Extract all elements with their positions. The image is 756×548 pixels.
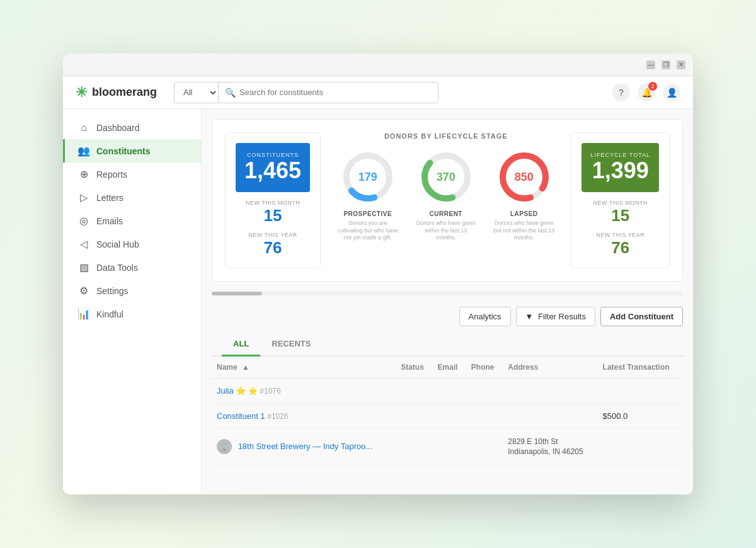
sidebar-item-letters[interactable]: ▷ Letters	[63, 186, 201, 209]
row-phone	[466, 403, 503, 428]
lapsed-desc: Donors who have given but not within the…	[493, 220, 556, 242]
header-actions: ? 🔔 2 👤	[612, 84, 680, 101]
table-row[interactable]: Constituent 1 #1026 $500.0	[212, 403, 683, 428]
constituents-table: Name ▲ Status Email Phone Address Latest…	[212, 357, 683, 466]
logo-icon: ✳	[76, 84, 87, 101]
tab-recents[interactable]: RECENTS	[260, 333, 322, 357]
new-year-number: 76	[236, 238, 310, 258]
sidebar-label-data-tools: Data Tools	[96, 263, 138, 273]
horizontal-scrollbar[interactable]	[212, 292, 683, 295]
social-hub-icon: ◁	[77, 238, 90, 250]
sidebar-label-emails: Emails	[96, 216, 123, 226]
table-row[interactable]: 🏢 18th Street Brewery — Indy Taproo... 2…	[212, 428, 683, 465]
search-icon: 🔍	[225, 88, 236, 98]
row-status	[396, 428, 432, 465]
sidebar-item-reports[interactable]: ⊕ Reports	[63, 163, 201, 186]
sidebar-label-dashboard: Dashboard	[96, 123, 140, 133]
constituent-name: Julia	[217, 386, 234, 396]
sidebar-item-social-hub[interactable]: ◁ Social Hub	[63, 232, 201, 256]
row-address	[503, 403, 597, 428]
sidebar-item-constituents[interactable]: 👥 Constituents	[63, 139, 201, 163]
row-email	[433, 428, 466, 465]
table-header-row: Name ▲ Status Email Phone Address Latest…	[212, 357, 683, 379]
col-email: Email	[433, 357, 466, 379]
sidebar-label-kindful: Kindful	[96, 309, 123, 319]
current-value: 370	[437, 171, 455, 184]
notification-badge: 2	[648, 82, 657, 91]
constituent-name: 18th Street Brewery — Indy Taproo...	[238, 442, 373, 451]
scrollbar-thumb	[212, 292, 262, 295]
row-email	[433, 403, 466, 428]
lapsed-chart: 850	[496, 149, 553, 205]
donuts-row: 179 PROSPECTIVE Donors you are cultivati…	[331, 149, 561, 242]
new-this-year-stat: NEW THIS YEAR 76	[236, 232, 310, 258]
add-constituent-button[interactable]: Add Constituent	[600, 307, 683, 326]
lifecycle-month-number: 15	[581, 206, 659, 225]
row-name-cell: Constituent 1 #1026	[212, 403, 396, 428]
help-icon[interactable]: ?	[612, 84, 630, 101]
lifecycle-year-number: 76	[581, 238, 659, 258]
table-row[interactable]: Julia ⭐ ⭐ #1076	[212, 378, 683, 403]
main-content: CONSTITUENTS 1,465 NEW THIS MONTH 15 NEW…	[202, 109, 693, 494]
sidebar-label-letters: Letters	[96, 193, 123, 203]
sidebar-item-kindful[interactable]: 📊 Kindful	[63, 302, 201, 326]
constituents-stat-card: CONSTITUENTS 1,465 NEW THIS MONTH 15 NEW…	[225, 132, 321, 268]
prospective-chart: 179	[340, 149, 396, 205]
kindful-icon: 📊	[77, 308, 90, 320]
sidebar-item-data-tools[interactable]: ▨ Data Tools	[63, 256, 201, 279]
stats-container: CONSTITUENTS 1,465 NEW THIS MONTH 15 NEW…	[212, 119, 683, 282]
row-status	[396, 403, 432, 428]
row-phone	[466, 428, 503, 465]
constituents-number: 1,465	[244, 158, 301, 183]
body: ⌂ Dashboard 👥 Constituents ⊕ Reports ▷ L…	[63, 109, 693, 494]
sidebar-item-dashboard[interactable]: ⌂ Dashboard	[63, 117, 201, 139]
filter-button[interactable]: ▼ Filter Results	[516, 307, 595, 326]
lapsed-label: LAPSED	[493, 210, 556, 217]
current-donut: 370 CURRENT Donors who have given within…	[415, 149, 478, 242]
settings-icon: ⚙	[77, 285, 90, 297]
analytics-button[interactable]: Analytics	[459, 307, 511, 326]
dashboard-icon: ⌂	[77, 122, 90, 134]
notifications-icon[interactable]: 🔔 2	[638, 84, 655, 101]
col-phone: Phone	[466, 357, 503, 379]
new-month-number: 15	[236, 206, 310, 225]
lapsed-donut: 850 LAPSED Donors who have given but not…	[493, 149, 556, 242]
prospective-label: PROSPECTIVE	[336, 210, 399, 217]
lifecycle-new-month: NEW THIS MONTH 15	[581, 200, 659, 225]
search-filter-select[interactable]: All People Organizations	[174, 82, 218, 103]
prospective-desc: Donors you are cultivating but who have …	[336, 220, 399, 242]
maximize-button[interactable]: ❐	[662, 60, 670, 69]
prospective-value: 179	[358, 171, 377, 184]
close-button[interactable]: ✕	[677, 60, 685, 69]
titlebar: — ❐ ✕	[63, 54, 693, 76]
current-label: CURRENT	[415, 210, 478, 217]
sidebar-item-emails[interactable]: ◎ Emails	[63, 209, 201, 232]
sidebar-item-settings[interactable]: ⚙ Settings	[63, 279, 201, 302]
row-address: 2829 E 10th StIndianapolis, IN 46205	[503, 428, 597, 465]
lifecycle-label: LIFECYCLE TOTAL	[590, 152, 650, 158]
user-menu-icon[interactable]: 👤	[663, 84, 680, 101]
emails-icon: ◎	[77, 215, 90, 227]
new-month-label: NEW THIS MONTH	[236, 200, 310, 206]
new-year-label: NEW THIS YEAR	[236, 232, 310, 238]
search-input[interactable]	[239, 88, 432, 97]
constituents-label: CONSTITUENTS	[244, 152, 301, 158]
minimize-button[interactable]: —	[646, 60, 655, 69]
sidebar-label-settings: Settings	[96, 286, 129, 296]
col-transaction: Latest Transaction	[598, 357, 683, 379]
star-icon: ⭐	[236, 386, 246, 396]
tab-all[interactable]: ALL	[222, 333, 260, 357]
row-name-cell: Julia ⭐ ⭐ #1076	[212, 378, 396, 403]
col-address: Address	[503, 357, 597, 379]
table-wrap: Name ▲ Status Email Phone Address Latest…	[202, 357, 693, 466]
lifecycle-total-box: LIFECYCLE TOTAL 1,399	[581, 143, 659, 192]
filter-icon: ▼	[525, 312, 534, 321]
sidebar-label-constituents: Constituents	[96, 146, 151, 156]
row-email	[433, 378, 466, 403]
col-name: Name ▲	[212, 357, 396, 379]
sidebar: ⌂ Dashboard 👥 Constituents ⊕ Reports ▷ L…	[63, 109, 202, 494]
search-input-wrap: 🔍	[218, 82, 438, 103]
actions-bar: Analytics ▼ Filter Results Add Constitue…	[202, 300, 693, 333]
constituents-total-box: CONSTITUENTS 1,465	[236, 143, 310, 192]
row-phone	[466, 378, 503, 403]
